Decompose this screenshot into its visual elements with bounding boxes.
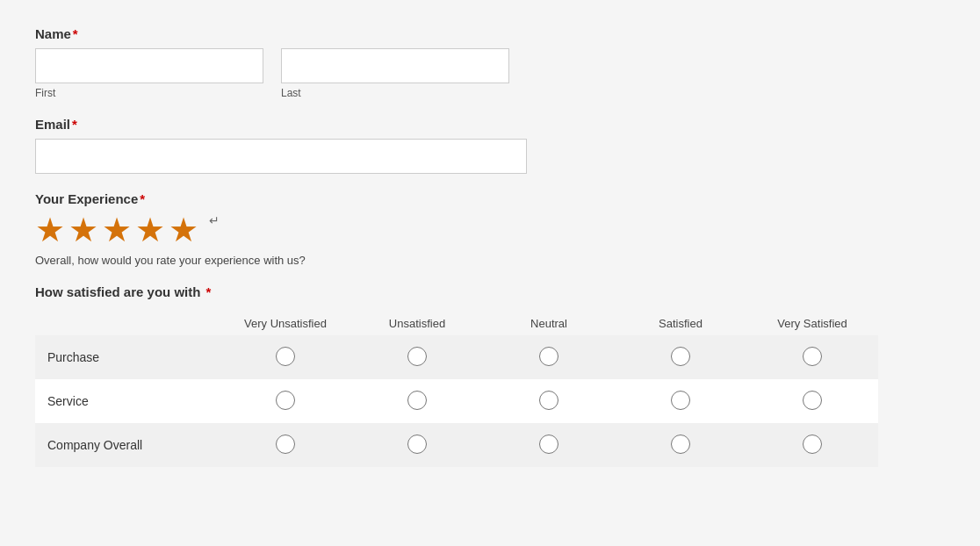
service-unsatisfied-radio[interactable] [407, 391, 427, 410]
table-row: Service [35, 379, 878, 423]
star-rating[interactable]: ★ ★ ★ ★ ★ ↵ [35, 213, 945, 247]
service-neutral-radio[interactable] [539, 391, 558, 410]
company-unsatisfied-cell [351, 423, 483, 467]
experience-section: Your Experience* ★ ★ ★ ★ ★ ↵ Overall, ho… [35, 191, 945, 267]
email-section: Email* [35, 117, 945, 174]
first-name-input[interactable] [35, 48, 263, 83]
company-satisfied-radio[interactable] [671, 435, 690, 454]
email-label: Email* [35, 117, 945, 132]
name-section: Name* First Last [35, 26, 945, 99]
company-very-unsatisfied-cell [220, 423, 351, 467]
service-very-satisfied-cell [746, 379, 878, 423]
header-empty [35, 312, 220, 335]
company-neutral-cell [483, 423, 615, 467]
last-name-field: Last [281, 48, 509, 99]
name-row: First Last [35, 48, 945, 99]
experience-note: Overall, how would you rate your experie… [35, 254, 945, 267]
name-label: Name* [35, 26, 945, 41]
satisfaction-required-marker: * [206, 284, 212, 299]
purchase-neutral-cell [483, 335, 615, 379]
name-required-marker: * [73, 26, 78, 41]
last-name-input[interactable] [281, 48, 509, 83]
purchase-very-unsatisfied-radio[interactable] [276, 347, 295, 366]
purchase-neutral-radio[interactable] [539, 347, 558, 366]
email-required-marker: * [72, 117, 77, 132]
purchase-very-satisfied-radio[interactable] [803, 347, 822, 366]
experience-label: Your Experience* [35, 191, 945, 206]
company-satisfied-cell [615, 423, 746, 467]
header-very-unsatisfied: Very Unsatisfied [220, 312, 351, 335]
company-very-satisfied-cell [746, 423, 878, 467]
table-row: Purchase [35, 335, 878, 379]
purchase-satisfied-cell [615, 335, 746, 379]
purchase-satisfied-radio[interactable] [671, 347, 690, 366]
service-satisfied-cell [615, 379, 746, 423]
header-neutral: Neutral [483, 312, 615, 335]
purchase-unsatisfied-radio[interactable] [407, 347, 427, 366]
service-satisfied-radio[interactable] [671, 391, 690, 410]
satisfaction-table: Very Unsatisfied Unsatisfied Neutral Sat… [35, 312, 878, 467]
row-label-service: Service [35, 379, 220, 423]
service-neutral-cell [483, 379, 615, 423]
service-very-unsatisfied-cell [220, 379, 351, 423]
header-satisfied: Satisfied [615, 312, 746, 335]
service-very-satisfied-radio[interactable] [803, 391, 822, 410]
company-very-satisfied-radio[interactable] [803, 435, 822, 454]
company-unsatisfied-radio[interactable] [407, 435, 427, 454]
row-label-purchase: Purchase [35, 335, 220, 379]
star-3[interactable]: ★ [102, 213, 132, 247]
company-very-unsatisfied-radio[interactable] [276, 435, 295, 454]
name-label-text: Name [35, 26, 71, 41]
purchase-very-satisfied-cell [746, 335, 878, 379]
header-unsatisfied: Unsatisfied [351, 312, 483, 335]
table-row: Company Overall [35, 423, 878, 467]
experience-label-text: Your Experience [35, 191, 138, 206]
first-name-field: First [35, 48, 263, 99]
header-very-satisfied: Very Satisfied [746, 312, 878, 335]
first-label: First [35, 87, 263, 99]
purchase-unsatisfied-cell [351, 335, 483, 379]
satisfaction-section: How satisfied are you with * Very Unsati… [35, 284, 945, 467]
experience-required-marker: * [140, 191, 145, 206]
last-label: Last [281, 87, 509, 99]
star-2[interactable]: ★ [68, 213, 98, 247]
star-4[interactable]: ★ [135, 213, 165, 247]
purchase-very-unsatisfied-cell [220, 335, 351, 379]
cursor-icon: ↵ [209, 213, 220, 247]
email-label-text: Email [35, 117, 70, 132]
company-neutral-radio[interactable] [539, 435, 558, 454]
service-unsatisfied-cell [351, 379, 483, 423]
satisfaction-title: How satisfied are you with * [35, 284, 945, 299]
service-very-unsatisfied-radio[interactable] [276, 391, 295, 410]
satisfaction-label-text: How satisfied are you with [35, 284, 200, 299]
star-5[interactable]: ★ [169, 213, 198, 247]
row-label-company-overall: Company Overall [35, 423, 220, 467]
email-input[interactable] [35, 139, 527, 174]
star-1[interactable]: ★ [35, 213, 65, 247]
satisfaction-header-row: Very Unsatisfied Unsatisfied Neutral Sat… [35, 312, 878, 335]
